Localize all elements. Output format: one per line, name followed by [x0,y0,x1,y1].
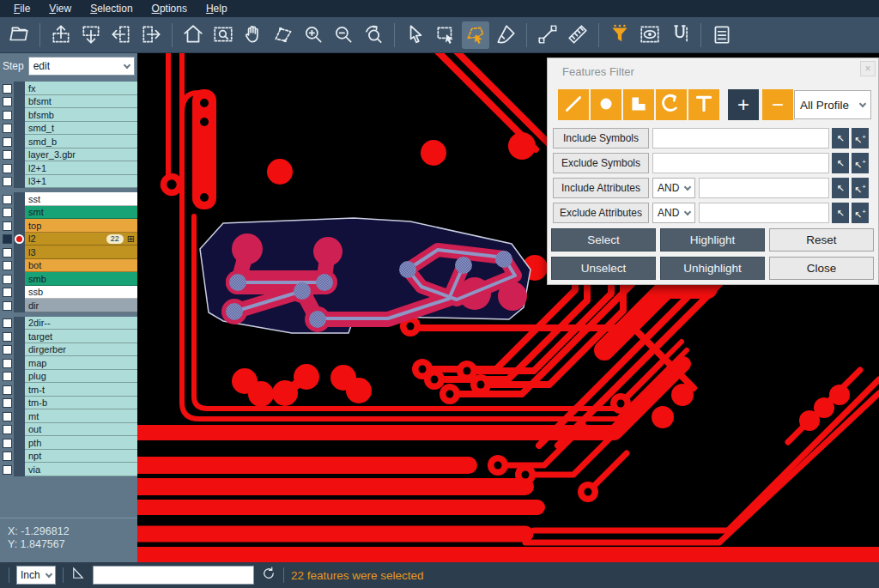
layer-visibility-checkbox[interactable] [3,208,12,217]
reset-button[interactable]: Reset [769,228,874,252]
snap-magnet-button[interactable] [666,21,694,49]
layer-row-dirgerber[interactable]: dirgerber [0,343,137,357]
layer-active-indicator[interactable] [14,423,25,437]
step-dropdown[interactable]: edit [28,57,135,76]
exclude-attributes-logic-dropdown[interactable]: AND [652,203,695,223]
remove-filter-button[interactable]: − [762,89,793,120]
exclude-attributes-input[interactable] [699,203,829,223]
layer-active-indicator[interactable] [14,370,25,384]
layer-row-layer_3.gbr[interactable]: layer_3.gbr [0,149,137,162]
include-attributes-button[interactable]: Include Attributes [553,178,649,198]
dialog-title[interactable]: Features Filter [562,65,634,78]
surface-feature-button[interactable] [623,89,654,120]
layer-active-indicator[interactable] [14,286,25,300]
profile-dropdown[interactable]: All Profile [794,90,871,119]
exclude-symbols-button[interactable]: Exclude Symbols [553,153,649,173]
layer-visibility-checkbox[interactable] [3,137,12,147]
layer-visibility-checkbox[interactable] [3,332,12,342]
pick-from-screen-button[interactable]: ↖ [832,128,849,149]
layer-active-indicator[interactable] [14,436,25,450]
clear-brush-button[interactable] [492,21,519,49]
layer-row-l3+1[interactable]: l3+1 [0,175,137,189]
unhighlight-button[interactable]: Unhighlight [660,257,765,280]
pick-add-from-screen-button[interactable]: ↖+ [852,153,869,173]
layer-row-2dir--[interactable]: 2dir-- [0,317,137,330]
layer-row-ssb[interactable]: ssb [0,286,137,300]
layer-row-plug[interactable]: plug [0,370,137,384]
layer-visibility-checkbox[interactable] [3,97,12,106]
layer-row-pth[interactable]: pth [0,436,137,450]
layer-row-map[interactable]: map [0,356,137,370]
line-feature-button[interactable] [558,89,589,120]
layer-row-mt[interactable]: mt [0,409,137,423]
layer-active-indicator[interactable] [14,330,25,343]
layer-row-l2[interactable]: l222⊞ [0,233,137,246]
layer-visibility-checkbox[interactable] [3,164,12,173]
layer-visibility-checkbox[interactable] [3,234,12,244]
select-polygon-button[interactable] [462,21,489,49]
layer-visibility-checkbox[interactable] [3,372,12,381]
select-button[interactable]: Select [551,228,656,252]
layer-active-indicator[interactable] [14,343,25,357]
layer-visibility-checkbox[interactable] [3,124,12,133]
open-folder-button[interactable] [5,21,33,49]
layer-active-indicator[interactable] [14,317,25,330]
layer-visibility-checkbox[interactable] [3,275,12,284]
layer-row-dir[interactable]: dir [0,299,137,312]
close-button[interactable]: Close [769,257,874,280]
zoom-in-button[interactable] [300,21,327,49]
unselect-button[interactable]: Unselect [551,257,656,280]
view-options-eye-button[interactable] [636,21,664,49]
pick-add-from-screen-button[interactable]: ↖+ [852,203,869,223]
layer-visibility-checkbox[interactable] [3,359,12,368]
layer-visibility-checkbox[interactable] [3,439,12,448]
layer-active-indicator[interactable] [14,82,25,95]
layer-visibility-checkbox[interactable] [3,465,12,475]
layer-active-indicator[interactable] [14,409,25,423]
layer-row-out[interactable]: out [0,423,137,437]
layer-visibility-checkbox[interactable] [3,195,12,204]
pan-view-left-button[interactable] [107,21,135,49]
layer-row-tm-t[interactable]: tm-t [0,383,137,397]
zoom-area-button[interactable] [209,21,237,49]
layer-row-tm-b[interactable]: tm-b [0,397,137,410]
menu-options[interactable]: Options [143,1,196,16]
snap-angle-icon[interactable] [70,566,86,585]
exclude-symbols-input[interactable] [652,153,829,173]
menu-view[interactable]: View [40,1,80,16]
units-dropdown[interactable]: Inch [16,566,56,585]
home-view-button[interactable] [179,21,207,49]
layer-active-indicator[interactable] [14,108,25,122]
layer-active-indicator[interactable] [14,149,25,162]
text-feature-button[interactable] [688,89,719,120]
layer-active-indicator[interactable] [14,463,25,476]
pan-view-right-button[interactable] [137,21,165,49]
measure-line-button[interactable] [534,21,561,49]
pan-view-down-button[interactable] [77,21,105,49]
layer-visibility-checkbox[interactable] [3,111,12,120]
measure-ruler-button[interactable] [564,21,591,49]
measurement-input[interactable] [93,566,254,585]
include-symbols-input[interactable] [652,128,829,149]
layer-row-via[interactable]: via [0,463,137,476]
layer-row-npt[interactable]: npt [0,450,137,464]
layer-row-l3[interactable]: l3 [0,246,137,259]
close-icon[interactable]: × [860,61,876,76]
layer-row-bfsmb[interactable]: bfsmb [0,108,137,122]
layer-active-indicator[interactable] [14,175,25,189]
layer-visibility-checkbox[interactable] [3,412,12,421]
pick-add-from-screen-button[interactable]: ↖+ [852,178,869,198]
zoom-polygon-button[interactable] [270,21,297,49]
menu-selection[interactable]: Selection [82,1,141,16]
layer-row-top[interactable]: top [0,219,137,233]
select-pointer-button[interactable] [402,21,429,49]
layer-visibility-checkbox[interactable] [3,452,12,461]
pick-from-screen-button[interactable]: ↖ [832,178,849,198]
layer-visibility-checkbox[interactable] [3,425,12,434]
layer-active-indicator[interactable] [14,356,25,370]
layer-active-indicator[interactable] [14,397,25,410]
layer-visibility-checkbox[interactable] [3,221,12,231]
include-attributes-input[interactable] [699,178,829,198]
layer-active-indicator[interactable] [14,135,25,149]
pan-view-up-button[interactable] [47,21,75,49]
